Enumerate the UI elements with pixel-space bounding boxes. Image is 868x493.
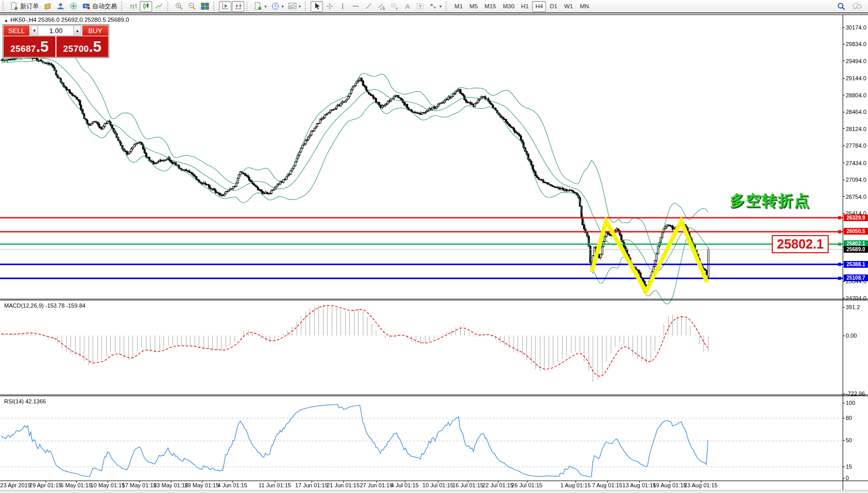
volume-input[interactable]: 1.00 — [38, 25, 73, 36]
price-callout-annotation[interactable]: 25802.1 — [772, 235, 829, 253]
price-line-badge[interactable]: 25689.0 — [844, 246, 868, 253]
search-button[interactable] — [835, 1, 848, 12]
timeframe-mn-button[interactable]: MN — [577, 1, 592, 12]
rsi-axis-tick — [843, 467, 845, 467]
crosshair-button[interactable] — [323, 1, 336, 12]
indicators-button[interactable]: ▾ — [286, 1, 303, 12]
chat-icon — [852, 2, 862, 10]
profile-icon — [43, 2, 52, 10]
zoom-in-button[interactable] — [173, 1, 185, 12]
new-order-label: 新订单 — [20, 2, 39, 11]
buy-price-main: 25700 — [63, 44, 89, 54]
volume-increase-button[interactable]: ▲ — [73, 25, 81, 36]
sell-button[interactable]: SELL — [3, 25, 30, 36]
signals-button[interactable] — [67, 1, 80, 12]
arrows-icon — [429, 2, 437, 10]
price-line-badge[interactable]: 26329.9 — [844, 214, 868, 221]
autotrading-button[interactable]: 自动交易 — [80, 1, 119, 12]
chart-shift-button[interactable] — [232, 1, 244, 12]
macd-axis-tick — [843, 394, 845, 394]
svg-text:T: T — [419, 4, 422, 9]
buy-price[interactable]: 25700 .5 — [56, 36, 109, 57]
rsi-axis-tick-label: 50 — [846, 437, 852, 443]
period-clock-button[interactable]: ▾ — [269, 1, 286, 12]
timeframe-w1-button[interactable]: W1 — [561, 1, 576, 12]
text-button[interactable]: A — [401, 1, 414, 12]
price-axis-tick-label: 28464.0 — [846, 109, 866, 115]
macd-axis-tick — [843, 336, 845, 336]
community-button[interactable] — [54, 1, 67, 12]
collapse-arrow-icon[interactable]: ▲ — [4, 18, 8, 23]
date-axis-tick — [376, 481, 377, 483]
price-axis-tick — [843, 180, 845, 180]
trendline-button[interactable] — [362, 1, 375, 12]
timeframe-h4-button[interactable]: H4 — [532, 1, 546, 12]
signals-icon — [69, 2, 78, 10]
horizontal-line-icon — [351, 2, 360, 10]
timeframe-m1-button[interactable]: M1 — [451, 1, 466, 12]
chart-shift-icon — [234, 2, 242, 10]
chart-window[interactable]: ▲HK50-,H4 25356.0 25692.0 25280.5 25689.… — [0, 15, 868, 493]
profile-button[interactable] — [41, 1, 54, 12]
community-icon — [56, 2, 65, 10]
price-line-badge[interactable]: 25108.7 — [844, 274, 868, 281]
date-axis-label: 26 Jul 01:15 — [504, 482, 550, 488]
auto-scroll-button[interactable] — [219, 1, 231, 12]
spin-down-icon: ▼ — [33, 28, 37, 33]
new-order-icon — [10, 2, 19, 10]
timeframe-h1-button[interactable]: H1 — [518, 1, 532, 12]
price-axis-tick — [843, 27, 845, 28]
fibonacci-icon: F — [390, 2, 399, 10]
new-order-button[interactable]: 新订单 — [8, 1, 41, 12]
price-axis-tick — [843, 196, 845, 197]
toolbar-grip — [3, 2, 6, 11]
toolbar: 新订单 自动交易 — [0, 0, 868, 13]
timeframe-m30-button[interactable]: M30 — [499, 1, 517, 12]
pane-separator[interactable] — [0, 299, 868, 299]
zoom-out-button[interactable] — [186, 1, 198, 12]
price-axis-tick — [843, 128, 845, 129]
price-axis-tick-label: 28804.0 — [846, 92, 866, 98]
fibonacci-button[interactable]: F — [388, 1, 401, 12]
bar-chart-button[interactable] — [127, 1, 139, 12]
price-axis-tick-label: 27784.0 — [846, 142, 866, 149]
pane-separator[interactable] — [0, 395, 868, 395]
buy-button[interactable]: BUY — [82, 25, 109, 36]
macd-axis-tick-label: -722.96 — [846, 390, 865, 397]
one-click-trading-panel: SELL ▼ 1.00 ▲ BUY 25687 .5 25700 .5 — [3, 24, 109, 58]
price-axis-tick — [843, 95, 845, 95]
date-axis-tick — [232, 481, 233, 483]
chat-button[interactable] — [850, 1, 864, 12]
text-label-button[interactable]: T — [414, 1, 426, 12]
vertical-line-button[interactable] — [336, 1, 349, 12]
tile-windows-button[interactable] — [199, 1, 211, 12]
pane-border — [0, 15, 868, 15]
crosshair-icon — [326, 2, 334, 10]
price-line-badge[interactable]: 25388.1 — [844, 261, 868, 268]
macd-label: MACD(12,26,9) -153.78 -159.84 — [4, 302, 85, 309]
new-chart-button[interactable]: ▾ — [252, 1, 269, 12]
date-axis-tick — [343, 481, 344, 483]
cursor-button[interactable] — [311, 1, 323, 12]
chart-canvas[interactable] — [0, 15, 868, 493]
price-axis-tick — [843, 213, 845, 214]
chart-title-text: HK50-,H4 25356.0 25692.0 25280.5 25689.0 — [10, 17, 129, 23]
vertical-line-icon — [339, 2, 347, 10]
arrows-button[interactable]: ▾ — [427, 1, 444, 12]
price-line-badge[interactable]: 26050.5 — [844, 228, 868, 235]
channel-button[interactable]: E — [375, 1, 388, 12]
horizontal-line-button[interactable] — [349, 1, 362, 12]
timeframe-d1-button[interactable]: D1 — [547, 1, 561, 12]
timeframe-m15-button[interactable]: M15 — [481, 1, 499, 12]
date-axis-tick — [701, 481, 701, 483]
line-chart-button[interactable] — [153, 1, 165, 12]
sell-price[interactable]: 25687 .5 — [3, 36, 56, 57]
turning-point-annotation[interactable]: 多空转折点 — [730, 191, 810, 211]
svg-text:A: A — [405, 3, 410, 10]
timeframe-m5-button[interactable]: M5 — [466, 1, 481, 12]
date-axis-label: 23 Aug 01:15 — [678, 482, 724, 488]
volume-decrease-button[interactable]: ▼ — [31, 25, 38, 36]
candlestick-chart-button[interactable] — [140, 1, 152, 12]
trendline-icon — [364, 2, 373, 10]
rsi-axis-tick — [843, 418, 845, 418]
